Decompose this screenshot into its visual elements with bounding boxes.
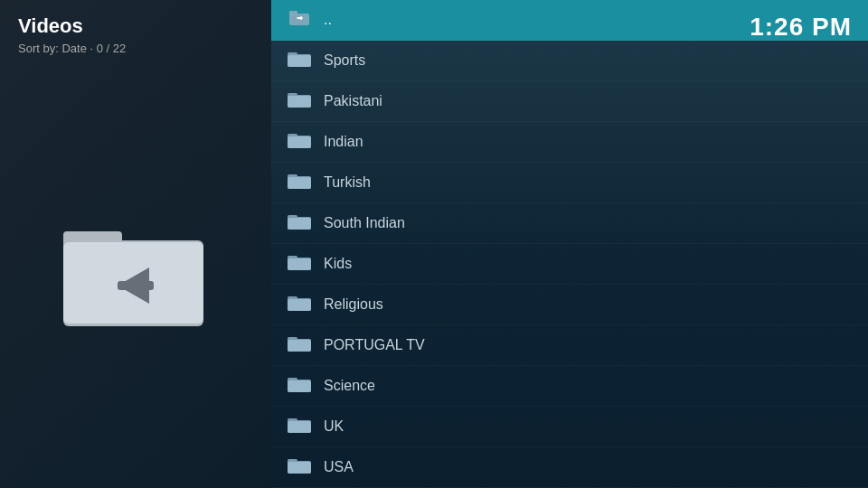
- item-label-science: Science: [324, 378, 375, 394]
- separator: ·: [90, 42, 97, 55]
- folder-icon: [288, 172, 311, 190]
- list-item-south-indian[interactable]: South Indian: [271, 203, 868, 244]
- list-item-kids[interactable]: Kids: [271, 244, 868, 285]
- folder-icon: [288, 253, 311, 271]
- folder-icon: [288, 375, 311, 393]
- item-label-pakistani: Pakistani: [324, 93, 382, 109]
- list-item-indian[interactable]: Indian: [271, 122, 868, 163]
- item-icon-indian: [288, 131, 311, 153]
- folder-icon: [288, 294, 311, 312]
- svg-rect-4: [118, 281, 154, 290]
- svg-rect-32: [288, 340, 311, 352]
- back-icon: [288, 9, 311, 27]
- clock-display: 1:26 PM: [750, 13, 852, 42]
- svg-rect-26: [288, 258, 311, 270]
- svg-rect-11: [288, 55, 311, 67]
- item-label-portugal-tv: PORTUGAL TV: [324, 337, 425, 353]
- folder-icon-area: [18, 73, 253, 474]
- list-item-pakistani[interactable]: Pakistani: [271, 81, 868, 122]
- item-label-usa: USA: [324, 459, 354, 475]
- item-label-uk: UK: [324, 418, 344, 435]
- item-icon-back: [288, 9, 311, 31]
- item-icon-portugal-tv: [288, 334, 311, 356]
- item-icon-science: [288, 375, 311, 397]
- svg-rect-35: [288, 380, 311, 392]
- item-icon-south-indian: [288, 212, 311, 234]
- item-label-sports: Sports: [324, 52, 365, 69]
- list-item-portugal-tv[interactable]: PORTUGAL TV: [271, 325, 868, 366]
- list-item-turkish[interactable]: Turkish: [271, 163, 868, 203]
- list-item-usa[interactable]: USA: [271, 447, 868, 488]
- list-item-uk[interactable]: UK: [271, 407, 868, 447]
- item-icon-religious: [288, 294, 311, 315]
- sort-info: Sort by: Date · 0 / 22: [18, 42, 253, 55]
- svg-rect-29: [288, 299, 311, 311]
- item-label-south-indian: South Indian: [324, 215, 405, 231]
- item-label-indian: Indian: [324, 134, 363, 150]
- svg-rect-38: [288, 421, 311, 433]
- item-label-turkish: Turkish: [324, 174, 371, 191]
- page-title: Videos: [18, 14, 253, 38]
- svg-rect-23: [288, 218, 311, 230]
- folder-icon: [288, 334, 311, 352]
- folder-icon: [288, 456, 311, 474]
- item-icon-uk: [288, 416, 311, 437]
- item-icon-usa: [288, 456, 311, 478]
- left-panel: Videos Sort by: Date · 0 / 22: [0, 0, 271, 488]
- sort-label: Sort by: Date: [18, 42, 87, 55]
- folder-icon: [288, 416, 311, 434]
- folder-back-icon: [63, 215, 208, 333]
- right-panel: .. Sports Pakistani Indian: [271, 0, 868, 488]
- list-item-science[interactable]: Science: [271, 366, 868, 407]
- list-item-sports[interactable]: Sports: [271, 41, 868, 81]
- item-label-back: ..: [324, 12, 332, 28]
- folder-icon: [288, 50, 311, 68]
- item-icon-kids: [288, 253, 311, 275]
- svg-rect-8: [297, 17, 303, 19]
- item-label-kids: Kids: [324, 256, 352, 272]
- list-item-religious[interactable]: Religious: [271, 285, 868, 325]
- folder-icon: [288, 90, 311, 108]
- item-icon-sports: [288, 50, 311, 71]
- item-icon-turkish: [288, 172, 311, 193]
- folder-icon: [288, 212, 311, 230]
- svg-rect-41: [288, 462, 311, 474]
- folder-icon: [288, 131, 311, 149]
- item-label-religious: Religious: [324, 296, 383, 313]
- item-count: 0 / 22: [97, 42, 127, 55]
- svg-rect-6: [289, 11, 297, 15]
- item-icon-pakistani: [288, 90, 311, 112]
- svg-rect-14: [288, 96, 311, 108]
- svg-rect-20: [288, 177, 311, 189]
- svg-rect-17: [288, 136, 311, 148]
